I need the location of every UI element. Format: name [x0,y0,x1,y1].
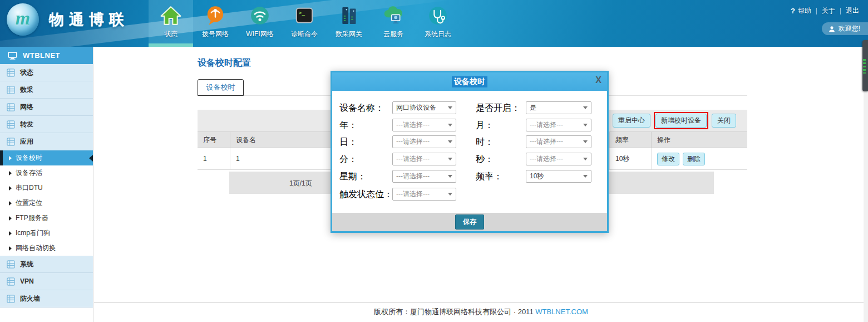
chevron-down-icon [448,106,452,109]
sidebar-header: WTBLNET [0,47,93,64]
hour-label: 时： [476,135,494,148]
trigger-status-label: 触发状态位： [339,188,393,201]
cell-frequency: 10秒 [609,148,651,169]
select-value: 是 [530,103,536,113]
minute-label: 分： [339,153,357,165]
table-icon [7,260,15,269]
sidebar-item-label: 设备存活 [16,168,42,178]
device-name-label: 设备名称： [339,101,384,114]
sidebar-item-data-collection[interactable]: 数采 [0,81,93,99]
table-icon [7,120,15,129]
triangle-icon [9,186,12,191]
triangle-icon [9,216,12,221]
home-icon [158,3,184,28]
copyright: 版权所有：厦门物通博联网络科技有限公司 · 2011 WTBLNET.COM [94,307,868,317]
footer-divider [94,303,868,303]
sidebar: WTBLNET 状态 数采 网络 转发 应用 设备校时 设备存活 串口DTU 位… [0,47,93,322]
sidebar-item-forwarding[interactable]: 转发 [0,116,93,133]
trigger-status-select[interactable]: ---请选择--- [392,188,456,201]
save-button[interactable]: 保存 [455,214,484,230]
nav-item-dialup-network[interactable]: 拨号网络 [193,0,238,47]
welcome-badge[interactable]: 欢迎您! [822,22,868,35]
second-select[interactable]: ---请选择--- [526,153,591,165]
help-link[interactable]: 帮助 [798,6,811,16]
close-button[interactable]: 关闭 [712,114,736,128]
sidebar-item-vpn[interactable]: VPN [0,273,93,290]
logout-link[interactable]: 退出 [846,6,859,16]
year-select[interactable]: ---请选择--- [392,119,456,131]
sidebar-item-status[interactable]: 状态 [0,64,93,81]
wtblnet-link[interactable]: WTBLNET.COM [535,308,588,316]
frequency-select[interactable]: 10秒 [526,170,591,183]
copyright-text: 版权所有：厦门物通博联网络科技有限公司 · 2011 [374,308,534,316]
week-select[interactable]: ---请选择--- [392,170,456,183]
sidebar-item-label: 状态 [20,68,33,77]
tab-device-timing[interactable]: 设备校时 [198,79,244,96]
chevron-down-icon [583,175,588,178]
cloud-icon [381,3,406,28]
select-value: ---请选择--- [530,137,563,147]
main-nav: 状态 拨号网络 WIFI网络 >_ 诊断命令 数采网关 [149,0,460,47]
triangle-icon [9,156,12,160]
nav-label: WIFI网络 [246,30,273,39]
hour-select[interactable]: ---请选择--- [526,135,591,148]
sidebar-item-location[interactable]: 位置定位 [0,196,93,211]
enabled-select[interactable]: 是 [526,101,591,114]
chevron-down-icon [448,193,452,196]
sidebar-item-device-timing[interactable]: 设备校时 [0,150,93,165]
sidebar-item-ftp-server[interactable]: FTP服务器 [0,211,93,226]
device-name-select[interactable]: 网口协议设备 [392,101,456,114]
nav-label: 云服务 [383,30,403,39]
column-header-frequency: 频率 [609,132,651,148]
device-timing-modal: 设备校时 X 设备名称： 网口协议设备 是否开启： 是 年： ---请选择---… [331,71,609,233]
nav-item-diagnostic-command[interactable]: >_ 诊断命令 [282,0,327,47]
restart-center-button[interactable]: 重启中心 [613,114,650,128]
nav-item-system-log[interactable]: 系统日志 [416,0,460,47]
minute-select[interactable]: ---请选择--- [392,153,456,165]
enabled-label: 是否开启： [476,101,520,114]
week-label: 星期： [339,170,366,183]
select-value: ---请选择--- [396,120,430,130]
triangle-icon [9,201,12,206]
sidebar-item-network-auto-switch[interactable]: 网络自动切换 [0,241,93,256]
wifi-icon [247,3,273,28]
chevron-down-icon [448,158,452,160]
sidebar-item-label: 应用 [20,137,33,147]
nav-item-data-gateway[interactable]: 数采网关 [327,0,371,47]
sidebar-item-application[interactable]: 应用 [0,133,93,150]
sidebar-item-serial-dtu[interactable]: 串口DTU [0,180,93,196]
chevron-down-icon [448,140,452,143]
triangle-icon [9,171,12,175]
month-select[interactable]: ---请选择--- [526,119,591,131]
terminal-icon: >_ [292,3,317,28]
nav-item-cloud-service[interactable]: 云服务 [371,0,416,47]
scrollbar-thumb[interactable] [862,40,868,91]
globe-logo-icon: m [7,3,39,36]
sidebar-item-label: 转发 [20,120,33,129]
table-icon [7,103,15,111]
day-label: 日： [339,135,357,148]
sidebar-item-icmp-watchdog[interactable]: Icmp看门狗 [0,226,93,241]
close-icon[interactable]: X [595,75,601,85]
chevron-down-icon [583,106,588,109]
day-select[interactable]: ---请选择--- [392,135,456,148]
delete-button[interactable]: 删除 [683,153,705,165]
sidebar-item-label: VPN [20,277,34,285]
sidebar-item-label: 网络自动切换 [16,243,56,253]
nav-item-status[interactable]: 状态 [149,0,193,47]
year-label: 年： [339,119,357,131]
welcome-text: 欢迎您! [839,24,860,33]
nav-label: 拨号网络 [202,30,229,39]
table-icon [7,295,15,303]
sidebar-item-device-keepalive[interactable]: 设备存活 [0,165,93,180]
nav-item-wifi-network[interactable]: WIFI网络 [238,0,282,47]
sidebar-item-label: 数采 [20,85,33,95]
sidebar-item-network[interactable]: 网络 [0,99,93,116]
about-link[interactable]: 关于 [822,6,835,16]
modify-button[interactable]: 修改 [657,153,679,165]
select-value: ---请选择--- [396,154,430,164]
add-timing-device-button[interactable]: 新增校时设备 [655,114,707,128]
sidebar-item-label: Icmp看门狗 [16,228,50,238]
sidebar-item-firewall[interactable]: 防火墙 [0,290,93,308]
sidebar-item-system[interactable]: 系统 [0,256,93,273]
